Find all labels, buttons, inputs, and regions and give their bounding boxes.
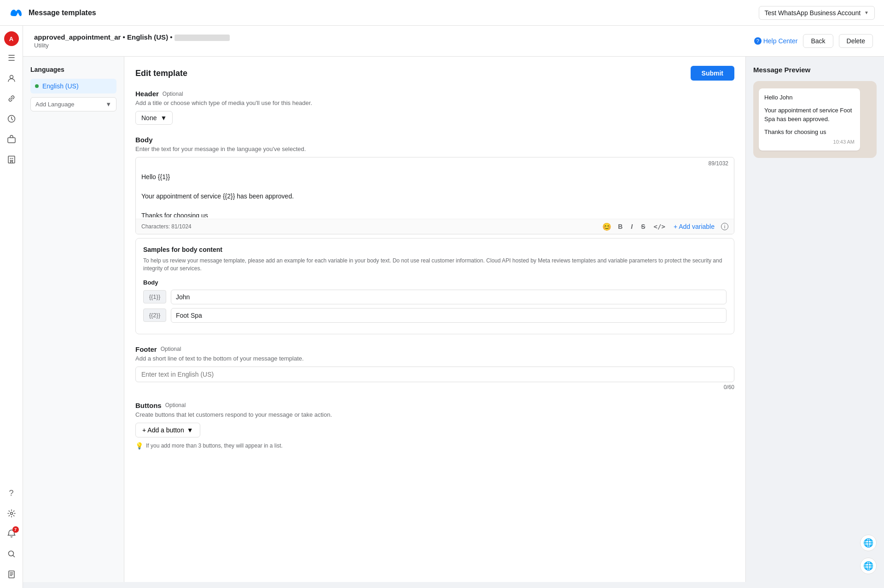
italic-button[interactable]: I bbox=[629, 222, 634, 231]
top-nav-left: Message templates bbox=[9, 6, 96, 20]
footer-char-count: 0/60 bbox=[135, 384, 734, 390]
add-language-label: Add Language bbox=[35, 101, 75, 108]
preview-line1: Hello John bbox=[764, 93, 855, 102]
edit-panel-header: Edit template Submit bbox=[135, 66, 734, 81]
preview-line3: Thanks for choosing us bbox=[764, 128, 855, 137]
notification-badge: 7 bbox=[12, 526, 19, 533]
top-nav: Message templates Test WhatsApp Business… bbox=[0, 0, 884, 26]
char-count-top: 89/1032 bbox=[136, 157, 734, 167]
sidebar-icon-help[interactable]: ? bbox=[3, 485, 20, 501]
left-sidebar: A ☰ ? bbox=[0, 26, 23, 588]
chevron-down-icon: ▼ bbox=[864, 10, 869, 15]
languages-panel: Languages English (US) Add Language ▼ bbox=[23, 57, 124, 582]
svg-rect-2 bbox=[8, 138, 15, 143]
sidebar-icon-notification[interactable]: 7 bbox=[3, 525, 20, 542]
settings-icon bbox=[7, 509, 16, 518]
content-grid: Languages English (US) Add Language ▼ Ed… bbox=[23, 57, 884, 582]
footer-section-desc: Add a short line of text to the bottom o… bbox=[135, 355, 734, 362]
emoji-button[interactable]: 😊 bbox=[602, 222, 611, 231]
body-textarea-wrap: 89/1032 Hello {{1}} Your appointment of … bbox=[135, 157, 734, 234]
bold-button[interactable]: B bbox=[616, 222, 624, 231]
textarea-footer: Characters: 81/1024 😊 B I S </> + Add va… bbox=[136, 219, 734, 234]
body-section-title: Body bbox=[135, 136, 734, 144]
buttons-section-title: Buttons Optional bbox=[135, 402, 734, 409]
samples-box: Samples for body content To help us revi… bbox=[135, 238, 734, 334]
chevron-down-icon: ▼ bbox=[187, 426, 193, 434]
preview-time: 10:43 AM bbox=[764, 138, 855, 146]
page-title: Message templates bbox=[29, 9, 96, 17]
var-label-2: {{2}} bbox=[143, 309, 166, 322]
add-variable-button[interactable]: + Add variable bbox=[672, 222, 716, 231]
samples-title: Samples for body content bbox=[143, 246, 727, 253]
breadcrumb-bar: approved_appointment_ar • English (US) •… bbox=[23, 26, 884, 57]
sidebar-icon-clock[interactable] bbox=[3, 111, 20, 127]
account-selector[interactable]: Test WhatsApp Business Account ▼ bbox=[759, 6, 875, 20]
add-language-select[interactable]: Add Language ▼ bbox=[30, 97, 116, 111]
svg-point-0 bbox=[10, 76, 13, 79]
lightbulb-icon: 💡 bbox=[135, 442, 143, 449]
body-textarea[interactable]: Hello {{1}} Your appointment of service … bbox=[136, 167, 734, 217]
sidebar-icon-pages[interactable] bbox=[3, 566, 20, 582]
variable-row-1: {{1}} bbox=[143, 290, 727, 304]
code-button[interactable]: </> bbox=[652, 222, 667, 231]
preview-phone: Hello John Your appointment of service F… bbox=[753, 81, 877, 158]
body-section: Body Enter the text for your message in … bbox=[135, 136, 734, 334]
body-section-desc: Enter the text for your message in the l… bbox=[135, 146, 734, 152]
sidebar-icon-search[interactable] bbox=[3, 546, 20, 562]
header-dropdown[interactable]: None ▼ bbox=[135, 111, 173, 125]
help-center-link[interactable]: ? Help Center bbox=[754, 37, 798, 45]
header-section-desc: Add a title or choose which type of medi… bbox=[135, 99, 734, 106]
help-icon: ? bbox=[754, 37, 762, 45]
sidebar-icon-contacts[interactable] bbox=[3, 70, 20, 87]
var-input-1[interactable] bbox=[171, 290, 727, 304]
add-button-label: + Add a button bbox=[142, 426, 184, 434]
sidebar-icon-building[interactable] bbox=[3, 151, 20, 168]
chevron-down-icon: ▼ bbox=[105, 101, 111, 108]
char-count-bottom: Characters: 81/1024 bbox=[141, 223, 192, 230]
globe-button-1[interactable]: 🌐 bbox=[860, 535, 877, 551]
footer-section: Footer Optional Add a short line of text… bbox=[135, 345, 734, 390]
language-label: English (US) bbox=[42, 82, 79, 90]
submit-button[interactable]: Submit bbox=[691, 66, 734, 81]
edit-template-panel: Edit template Submit Header Optional Add… bbox=[124, 57, 746, 582]
sidebar-icon-settings[interactable] bbox=[3, 505, 20, 522]
sidebar-icon-briefcase[interactable] bbox=[3, 131, 20, 147]
clock-icon bbox=[7, 114, 16, 123]
var-input-2[interactable] bbox=[171, 308, 727, 323]
language-item-english-us[interactable]: English (US) bbox=[30, 79, 116, 93]
avatar: A bbox=[4, 31, 19, 46]
briefcase-icon bbox=[7, 134, 16, 144]
link-icon bbox=[7, 94, 16, 103]
footer-section-title: Footer Optional bbox=[135, 345, 734, 353]
buttons-section-desc: Create buttons that let customers respon… bbox=[135, 411, 734, 418]
preview-line2: Your appointment of service Foot Spa has… bbox=[764, 106, 855, 124]
strikethrough-button[interactable]: S bbox=[639, 222, 647, 231]
buttons-section: Buttons Optional Create buttons that let… bbox=[135, 402, 734, 449]
language-active-dot bbox=[35, 84, 39, 88]
variable-row-2: {{2}} bbox=[143, 308, 727, 323]
var-label-1: {{1}} bbox=[143, 290, 166, 303]
footer-input[interactable] bbox=[135, 367, 734, 382]
breadcrumb-subtitle: Utility bbox=[34, 42, 230, 49]
header-dropdown-label: None bbox=[141, 114, 157, 122]
globe-button-2[interactable]: 🌐 bbox=[860, 558, 877, 574]
textarea-toolbar: 😊 B I S </> + Add variable i bbox=[602, 222, 728, 231]
info-icon: i bbox=[721, 223, 728, 230]
sidebar-icon-menu[interactable]: ☰ bbox=[3, 50, 20, 66]
preview-bubble: Hello John Your appointment of service F… bbox=[759, 88, 860, 151]
breadcrumb-actions: ? Help Center Back Delete bbox=[754, 34, 873, 48]
meta-logo-icon bbox=[9, 6, 23, 20]
building-icon bbox=[7, 155, 16, 164]
account-selector-label: Test WhatsApp Business Account bbox=[765, 9, 861, 17]
contacts-icon bbox=[7, 74, 16, 83]
preview-panel: Message Preview Hello John Your appointm… bbox=[746, 57, 884, 582]
header-section: Header Optional Add a title or choose wh… bbox=[135, 90, 734, 125]
delete-button[interactable]: Delete bbox=[839, 34, 873, 48]
back-button[interactable]: Back bbox=[803, 34, 833, 48]
sidebar-icon-link[interactable] bbox=[3, 90, 20, 107]
edit-template-title: Edit template bbox=[135, 69, 187, 78]
add-button-btn[interactable]: + Add a button ▼ bbox=[135, 423, 200, 437]
pages-icon bbox=[7, 570, 16, 579]
button-hint: 💡 If you add more than 3 buttons, they w… bbox=[135, 442, 734, 449]
samples-body-label: Body bbox=[143, 279, 727, 286]
